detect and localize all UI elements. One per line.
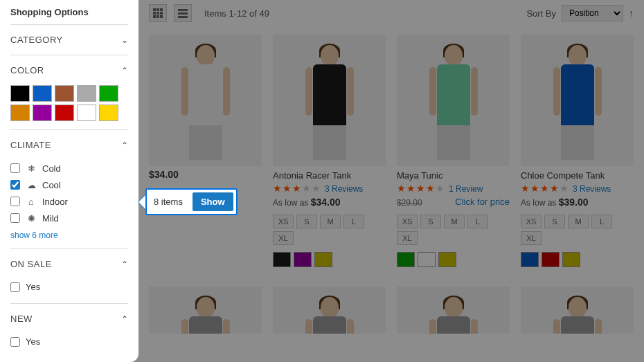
- color-swatch[interactable]: [33, 85, 52, 102]
- climate-mild-checkbox[interactable]: [10, 213, 20, 223]
- climate-cold-checkbox[interactable]: [10, 163, 20, 173]
- filter-category-header[interactable]: CATEGORY ⌄: [10, 25, 128, 55]
- filter-new: NEW ⌃ Yes: [10, 304, 128, 358]
- color-swatch[interactable]: [55, 105, 74, 121]
- climate-cold-label: Cold: [42, 163, 61, 174]
- color-swatch[interactable]: [77, 105, 96, 121]
- climate-indoor-checkbox[interactable]: [10, 197, 20, 206]
- filter-on-sale-header[interactable]: ON SALE ⌃: [10, 249, 128, 279]
- climate-cool-checkbox[interactable]: [10, 180, 20, 190]
- color-swatch[interactable]: [99, 105, 118, 121]
- on-sale-yes-checkbox[interactable]: [10, 282, 20, 292]
- tooltip-arrow-icon: [138, 195, 145, 209]
- color-swatch[interactable]: [77, 85, 96, 102]
- climate-mild[interactable]: ✺Mild: [10, 210, 128, 226]
- snow-icon: ❄: [26, 163, 37, 174]
- chevron-up-icon: ⌃: [121, 66, 129, 75]
- climate-indoor-label: Indoor: [42, 197, 68, 207]
- filter-color-header[interactable]: COLOR ⌃: [10, 55, 128, 85]
- filter-color: COLOR ⌃: [10, 55, 128, 130]
- tooltip-count: 8 items: [154, 197, 183, 207]
- house-icon: ⌂: [26, 196, 37, 207]
- filter-new-header[interactable]: NEW ⌃: [10, 304, 128, 334]
- color-swatches: [10, 85, 128, 129]
- color-swatch[interactable]: [33, 105, 52, 121]
- color-swatch[interactable]: [10, 85, 30, 102]
- chevron-up-icon: ⌃: [121, 260, 129, 269]
- filter-category: CATEGORY ⌄: [10, 25, 128, 55]
- filter-climate-label: CLIMATE: [10, 140, 51, 150]
- tooltip-show-button[interactable]: Show: [193, 192, 233, 211]
- filter-tooltip: 8 items Show: [138, 188, 238, 215]
- new-yes[interactable]: Yes: [10, 334, 128, 350]
- climate-indoor[interactable]: ⌂Indoor: [10, 193, 128, 210]
- filter-category-label: CATEGORY: [10, 35, 63, 45]
- filter-climate: CLIMATE ⌃ ❄Cold☁Cool⌂Indoor✺Mildshow 6 m…: [10, 130, 128, 249]
- chevron-up-icon: ⌃: [121, 141, 129, 150]
- filter-on-sale: ON SALE ⌃ Yes: [10, 249, 128, 304]
- climate-cool[interactable]: ☁Cool: [10, 177, 128, 193]
- color-swatch[interactable]: [99, 85, 118, 102]
- chevron-down-icon: ⌄: [121, 35, 129, 45]
- color-swatch[interactable]: [55, 85, 74, 102]
- on-sale-yes[interactable]: Yes: [10, 279, 128, 295]
- on-sale-yes-label: Yes: [26, 282, 40, 292]
- climate-mild-label: Mild: [42, 213, 59, 224]
- climate-options: ❄Cold☁Cool⌂Indoor✺Mildshow 6 more: [10, 160, 128, 248]
- new-yes-label: Yes: [26, 336, 40, 347]
- sun-icon: ✺: [26, 212, 37, 224]
- filter-color-label: COLOR: [10, 65, 44, 75]
- climate-cool-label: Cool: [42, 180, 61, 190]
- filter-climate-header[interactable]: CLIMATE ⌃: [10, 130, 128, 160]
- cloud-icon: ☁: [26, 179, 37, 190]
- new-yes-checkbox[interactable]: [10, 337, 20, 347]
- filter-on-sale-label: ON SALE: [10, 259, 52, 269]
- sidebar: Shopping Options CATEGORY ⌄ COLOR ⌃ CLIM…: [0, 0, 138, 362]
- filter-new-label: NEW: [10, 314, 33, 324]
- color-swatch[interactable]: [10, 105, 30, 121]
- climate-cold[interactable]: ❄Cold: [10, 160, 128, 177]
- climate-show-more[interactable]: show 6 more: [10, 226, 128, 240]
- sidebar-title: Shopping Options: [10, 7, 128, 25]
- chevron-up-icon: ⌃: [121, 314, 129, 324]
